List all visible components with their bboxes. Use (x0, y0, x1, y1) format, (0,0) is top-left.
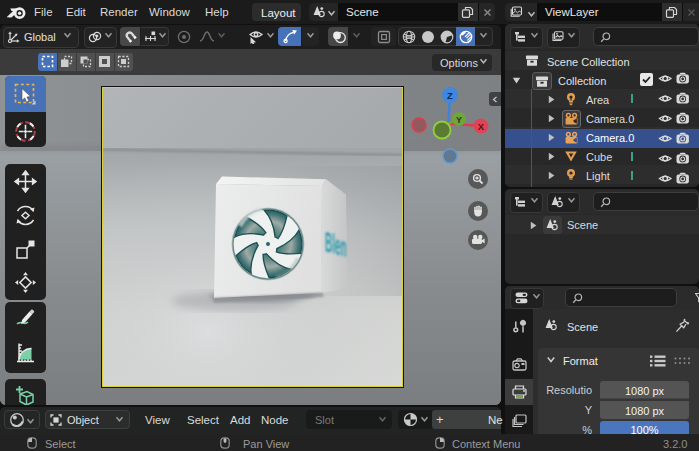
svg-text:Z: Z (447, 90, 453, 101)
svg-text:Y: Y (456, 115, 462, 125)
svg-text:Blen: Blen (325, 226, 347, 263)
svg-text:X: X (478, 121, 485, 132)
